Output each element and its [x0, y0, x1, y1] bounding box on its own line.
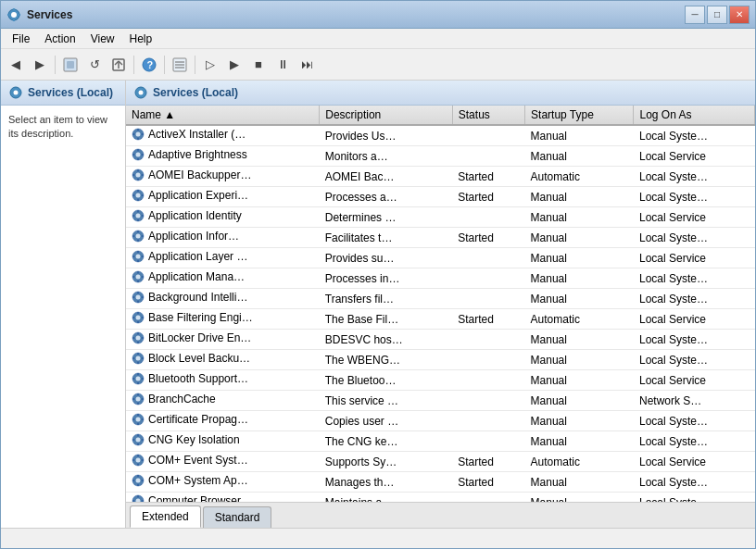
- svg-rect-73: [137, 301, 139, 304]
- resume-button[interactable]: ⏭: [296, 54, 318, 76]
- svg-rect-109: [137, 423, 139, 426]
- toolbar-separator-1: [55, 56, 56, 74]
- menu-help[interactable]: Help: [122, 31, 160, 47]
- table-row[interactable]: Computer Browser Maintains a… Manual Loc…: [126, 493, 755, 503]
- table-row[interactable]: Application Identity Determines … Manual…: [126, 207, 755, 228]
- cell-description: Processes in…: [320, 268, 453, 289]
- cell-description: Facilitates t…: [320, 228, 453, 248]
- stop-button[interactable]: ■: [247, 54, 270, 76]
- cell-description: AOMEI Bac…: [320, 167, 453, 187]
- svg-rect-3: [13, 19, 15, 21]
- tab-standard[interactable]: Standard: [203, 506, 272, 528]
- menu-action[interactable]: Action: [37, 31, 82, 47]
- cell-startup: Manual: [525, 248, 634, 268]
- cell-name: CNG Key Isolation: [126, 431, 320, 452]
- svg-rect-120: [137, 455, 139, 457]
- help-button[interactable]: ?: [138, 54, 160, 76]
- up-button[interactable]: [59, 54, 82, 76]
- title-left: Services: [6, 7, 72, 22]
- right-panel: Services (Local) Name ▲ Description: [126, 81, 755, 528]
- table-row[interactable]: Block Level Backu… The WBENG… Manual Loc…: [126, 350, 755, 370]
- svg-rect-98: [132, 378, 135, 380]
- services-table-container[interactable]: Name ▲ Description Status Startup Type: [126, 106, 755, 502]
- tab-extended[interactable]: Extended: [130, 505, 201, 528]
- cell-description: Maintains a…: [320, 493, 453, 503]
- table-row[interactable]: Base Filtering Engi… The Base Fil… Start…: [126, 309, 755, 330]
- table-row[interactable]: COM+ Event Syst… Supports Sy… Started Au…: [126, 452, 755, 472]
- table-row[interactable]: BranchCache This service … Manual Networ…: [126, 391, 755, 411]
- menu-view[interactable]: View: [83, 31, 122, 47]
- svg-point-23: [136, 132, 141, 137]
- svg-rect-66: [137, 271, 139, 274]
- minimize-button[interactable]: ─: [685, 6, 705, 24]
- back-button[interactable]: ◀: [5, 54, 27, 76]
- play2-button[interactable]: ▶: [223, 54, 246, 76]
- table-row[interactable]: Application Infor… Facilitates t… Starte…: [126, 228, 755, 248]
- window-title: Services: [27, 8, 72, 21]
- refresh-button[interactable]: ↺: [83, 54, 106, 76]
- svg-rect-92: [132, 357, 135, 359]
- svg-rect-80: [132, 317, 135, 318]
- services-table: Name ▲ Description Status Startup Type: [126, 106, 755, 502]
- cell-logon: Local Syste…: [634, 472, 755, 493]
- forward-button[interactable]: ▶: [29, 54, 51, 76]
- svg-rect-24: [137, 129, 139, 131]
- cell-startup: Manual: [525, 370, 634, 391]
- table-row[interactable]: BitLocker Drive En… BDESVC hos… Manual L…: [126, 330, 755, 350]
- col-header-name[interactable]: Name ▲: [126, 106, 320, 125]
- close-button[interactable]: ✕: [729, 6, 750, 24]
- properties-button[interactable]: [169, 54, 191, 76]
- cell-status: [452, 370, 524, 391]
- svg-rect-91: [137, 362, 139, 365]
- col-header-startup[interactable]: Startup Type: [525, 106, 634, 125]
- table-row[interactable]: Application Experi… Processes a… Started…: [126, 187, 755, 207]
- table-row[interactable]: Application Layer … Provides su… Manual …: [126, 248, 755, 268]
- svg-rect-37: [137, 179, 139, 181]
- svg-rect-27: [142, 133, 145, 135]
- cell-name: Application Infor…: [126, 228, 320, 248]
- cell-description: Transfers fil…: [320, 289, 453, 309]
- table-row[interactable]: CNG Key Isolation The CNG ke… Manual Loc…: [126, 431, 755, 452]
- table-row[interactable]: Adaptive Brightness Monitors a… Manual L…: [126, 146, 755, 167]
- svg-point-59: [136, 255, 141, 259]
- cell-name: Block Level Backu…: [126, 350, 320, 370]
- svg-rect-102: [137, 393, 139, 396]
- menu-file[interactable]: File: [5, 31, 37, 47]
- cell-logon: Local Service: [634, 309, 755, 330]
- col-header-status[interactable]: Status: [452, 106, 524, 125]
- cell-name: Bluetooth Support…: [126, 370, 320, 391]
- cell-description: This service …: [320, 391, 453, 411]
- svg-rect-121: [137, 464, 139, 467]
- table-row[interactable]: ActiveX Installer (… Provides Us… Manual…: [126, 125, 755, 146]
- cell-name: Application Mana…: [126, 268, 320, 289]
- cell-status: [452, 207, 524, 228]
- svg-rect-97: [137, 382, 139, 385]
- table-row[interactable]: Background Intelli… Transfers fil… Manua…: [126, 289, 755, 309]
- table-row[interactable]: Bluetooth Support… The Bluetoo… Manual L…: [126, 370, 755, 391]
- svg-rect-81: [142, 317, 145, 318]
- svg-rect-42: [137, 190, 139, 193]
- table-row[interactable]: Application Mana… Processes in… Manual L…: [126, 268, 755, 289]
- play-button[interactable]: ▷: [199, 54, 221, 76]
- table-row[interactable]: Certificate Propag… Copies user … Manual…: [126, 411, 755, 431]
- export-button[interactable]: [107, 54, 130, 76]
- svg-rect-32: [132, 154, 135, 156]
- cell-name: ActiveX Installer (…: [126, 125, 320, 146]
- col-header-logon[interactable]: Log On As: [634, 106, 755, 125]
- svg-rect-123: [142, 459, 145, 461]
- cell-name: BitLocker Drive En…: [126, 330, 320, 350]
- cell-logon: Local Syste…: [634, 411, 755, 431]
- pause-button[interactable]: ⏸: [271, 54, 294, 76]
- svg-rect-36: [137, 169, 139, 172]
- cell-description: The WBENG…: [320, 350, 453, 370]
- table-row[interactable]: AOMEI Backupper… AOMEI Bac… Started Auto…: [126, 167, 755, 187]
- svg-rect-4: [7, 14, 10, 16]
- svg-rect-129: [142, 480, 145, 481]
- col-header-description[interactable]: Description: [320, 106, 453, 125]
- cell-logon: Local Service: [634, 207, 755, 228]
- cell-status: Started: [452, 472, 524, 493]
- cell-description: Processes a…: [320, 187, 453, 207]
- table-row[interactable]: COM+ System Ap… Manages th… Started Manu…: [126, 472, 755, 493]
- right-panel-title: Services (Local): [153, 86, 238, 99]
- maximize-button[interactable]: □: [707, 6, 727, 24]
